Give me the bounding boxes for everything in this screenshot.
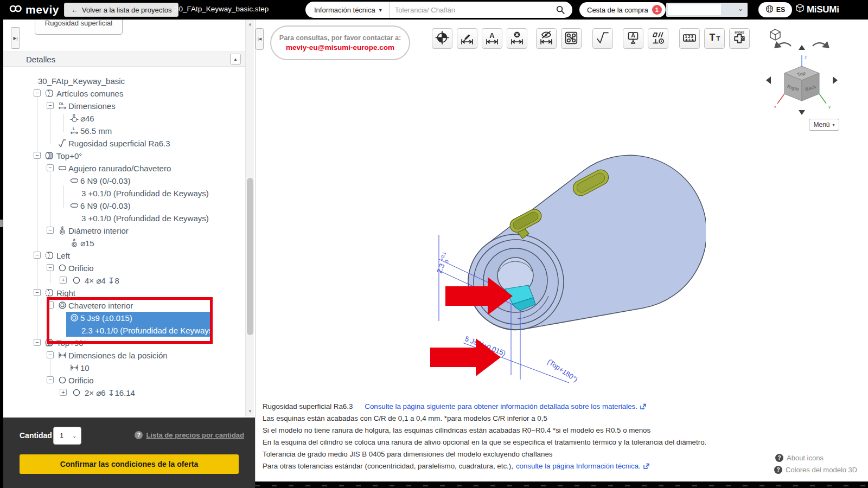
account-select[interactable]: ⌄	[666, 3, 748, 17]
tree-item-label[interactable]: 3 +0.1/0 (Profundidad de Keyways)	[81, 187, 209, 200]
tree-item[interactable]: −Top+90°	[3, 337, 245, 349]
rotate-down-arrow[interactable]	[799, 110, 805, 115]
geometric-tolerance-button[interactable]	[648, 28, 668, 49]
tree-item[interactable]: −Orificio	[3, 262, 245, 274]
tree-item[interactable]: D⌀46	[3, 112, 245, 125]
tree-item[interactable]: L56.5 mm	[3, 125, 245, 137]
tree-item[interactable]: d⌀15	[3, 237, 245, 249]
tree-item-label[interactable]: 5 Js9 (±0.015)	[80, 312, 132, 324]
text-dimension-button[interactable]: A	[482, 28, 502, 49]
tree-item-label[interactable]: Agujero ranurado/Chavetero	[68, 162, 171, 175]
technical-info-dropdown[interactable]: Información técnica ▾	[305, 6, 389, 14]
rotate-left-icon[interactable]	[774, 41, 791, 48]
viewer-collapse-button[interactable]: |◀	[256, 28, 264, 50]
tree-item[interactable]: 6 N9 (0/-0.03)	[3, 175, 245, 187]
tree-collapse-icon[interactable]: −	[34, 339, 41, 346]
tree-item[interactable]: 5 Js9 (±0.015)	[3, 312, 245, 324]
quantity-select[interactable]: 1 ⌄	[53, 427, 81, 445]
confirm-offer-button[interactable]: Confirmar las condiciones de la oferta	[20, 454, 239, 474]
rotate-left-arrow[interactable]	[766, 76, 771, 84]
rotate-up-arrow[interactable]	[799, 45, 805, 50]
language-selector[interactable]: ES	[758, 2, 792, 17]
six-views-button[interactable]: 6VIEWS	[729, 28, 750, 49]
surface-roughness-button[interactable]	[592, 28, 613, 49]
hole-pattern-button[interactable]	[561, 28, 582, 49]
tree-item-label[interactable]: Top+90°	[56, 337, 87, 349]
back-to-projects-button[interactable]: ← Volver a la lista de proyectos	[64, 3, 178, 17]
tree-item-label[interactable]: Orificio	[68, 262, 94, 274]
tree-item[interactable]: +2× ⌀6 ↧16.14	[3, 387, 245, 399]
note-link[interactable]: consulte la página Información técnica.	[516, 460, 649, 472]
tree-item-label[interactable]: ⌀15	[80, 237, 94, 249]
tree-item-label[interactable]: 30_FAtp_Keyway_basic	[38, 75, 125, 87]
3d-model-canvas[interactable]: 2.3 +0.1 0 5 Js9(±0.015) (Top+180°)	[380, 125, 706, 396]
search-input[interactable]	[390, 6, 549, 14]
model-colors-link[interactable]: ? Colores del modelo 3D	[774, 466, 857, 474]
surface-roughness-button[interactable]: Rugosidad superficial	[35, 20, 123, 35]
tree-item-label[interactable]: ⌀46	[80, 112, 94, 125]
tree-item[interactable]: −Top+0°	[3, 150, 245, 162]
tree-item-label[interactable]: 3 +0.1/0 (Profundidad de Keyways)	[81, 212, 209, 224]
tree-item-label[interactable]: Chavetero interior	[68, 299, 133, 312]
tree-scrollbar[interactable]: ▲ ▼	[245, 20, 254, 416]
tree-expand-icon[interactable]: +	[60, 277, 67, 284]
tree-item[interactable]: −Dimensiones de la posición	[3, 349, 245, 362]
tree-item[interactable]: −Chavetero interior	[3, 299, 245, 312]
tree-item[interactable]: −Orificio	[3, 374, 245, 387]
tree-item[interactable]: 6 N9 (0/-0.03)	[3, 200, 245, 212]
about-icons-link[interactable]: ? About icons	[775, 454, 824, 462]
tree-collapse-icon[interactable]: −	[47, 164, 54, 171]
tree-item[interactable]: 3 +0.1/0 (Profundidad de Keyways)	[3, 212, 245, 224]
tree-collapse-icon[interactable]: −	[34, 152, 41, 159]
tree-item[interactable]: 30_FAtp_Keyway_basic	[3, 75, 245, 87]
tree-item[interactable]: −Left	[3, 249, 245, 262]
tree-collapse-icon[interactable]: −	[34, 289, 41, 296]
shopping-cart-button[interactable]: Cesta de la compra 1	[579, 2, 666, 17]
tree-item[interactable]: 3 +0.1/0 (Profundidad de Keyways)	[3, 187, 245, 200]
tree-item-label[interactable]: Rugosidad superficial Ra6.3	[68, 137, 170, 150]
scroll-down-icon[interactable]: ▼	[246, 408, 254, 415]
tree-item[interactable]: 10	[3, 362, 245, 374]
price-list-link[interactable]: ? Lista de precios por cantidad	[135, 431, 244, 439]
tree-item[interactable]: −Right	[3, 287, 245, 299]
view-menu-button[interactable]: Menú ▾	[809, 119, 839, 131]
rotate-right-arrow[interactable]	[833, 76, 838, 84]
tree-item-label[interactable]: Diámetro interior	[68, 224, 129, 237]
tree-item[interactable]: −Artículos comunes	[3, 87, 245, 100]
tree-item-label[interactable]: 56.5 mm	[80, 125, 112, 137]
misumi-logo[interactable]: MiSUMi	[795, 3, 839, 16]
tree-item[interactable]: −dDiámetro interior	[3, 224, 245, 237]
hide-dimension-button[interactable]	[536, 28, 557, 49]
tree-item-label[interactable]: 6 N9 (0/-0.03)	[80, 200, 131, 212]
tree-collapse-icon[interactable]: −	[47, 376, 54, 383]
tree-item-label[interactable]: Dimensiones	[68, 100, 116, 112]
tree-item-label[interactable]: Right	[56, 287, 75, 299]
text-size-button[interactable]: TT	[704, 28, 725, 49]
scrollbar-thumb[interactable]	[247, 178, 253, 335]
delete-dimension-button[interactable]	[507, 28, 527, 49]
tree-item-label[interactable]: 2× ⌀6 ↧16.14	[85, 387, 135, 399]
tree-collapse-icon[interactable]: −	[47, 227, 54, 234]
tree-item-label[interactable]: 2.3 +0.1/0 (Profundidad de Keyways)	[81, 324, 215, 337]
details-collapse-button[interactable]: ▲	[230, 54, 241, 65]
label-annotation-button[interactable]: A	[623, 28, 643, 49]
cube-outline-icon[interactable]	[770, 29, 780, 40]
tree-item-label[interactable]: 10	[80, 362, 90, 374]
tree-item-label[interactable]: Artículos comunes	[56, 87, 123, 100]
tree-collapse-icon[interactable]: −	[47, 102, 54, 109]
meviy-logo[interactable]: meviy	[8, 2, 59, 17]
tree-collapse-icon[interactable]: −	[47, 301, 54, 309]
edit-dimension-button[interactable]	[457, 28, 477, 49]
tree-item-label[interactable]: Left	[56, 249, 70, 262]
sidebar-expand-button[interactable]: ▶|	[11, 27, 20, 49]
tree-item[interactable]: +4× ⌀4 ↧8	[3, 274, 245, 287]
tree-item-label[interactable]: Dimensiones de la posición	[68, 349, 168, 362]
tree-item[interactable]: 2.3 +0.1/0 (Profundidad de Keyways)	[3, 324, 245, 337]
datum-target-button[interactable]	[432, 28, 452, 49]
tree-item-label[interactable]: Top+0°	[56, 150, 82, 162]
tree-item-label[interactable]: 6 N9 (0/-0.03)	[80, 175, 131, 187]
tree-collapse-icon[interactable]: −	[34, 252, 41, 259]
search-icon[interactable]	[549, 5, 572, 15]
tree-item-label[interactable]: 4× ⌀4 ↧8	[85, 274, 119, 287]
tree-item[interactable]: −Agujero ranurado/Chavetero	[3, 162, 245, 175]
